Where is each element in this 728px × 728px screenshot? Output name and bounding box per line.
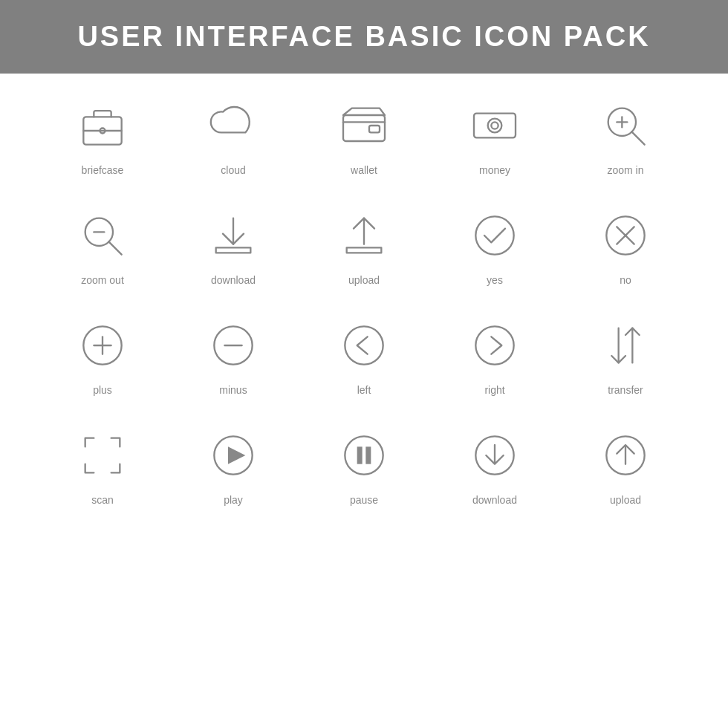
zoom-out-label: zoom out (81, 274, 124, 286)
svg-point-26 (345, 326, 383, 364)
svg-line-9 (631, 131, 645, 145)
transfer-label: transfer (608, 384, 643, 396)
cloud-label: cloud (221, 164, 245, 176)
briefcase-icon (73, 96, 132, 155)
svg-rect-5 (474, 114, 516, 138)
upload-tray-label: upload (348, 274, 380, 286)
page-title: USER INTERFACE BASIC ICON PACK (0, 21, 728, 53)
minus-label: minus (219, 384, 247, 396)
download-circle-icon (465, 426, 524, 485)
briefcase-label: briefcase (82, 164, 124, 176)
svg-point-6 (488, 119, 502, 133)
icon-item-play: play (181, 426, 285, 506)
icon-item-right: right (443, 316, 547, 396)
right-icon (465, 316, 524, 375)
no-icon (596, 206, 655, 265)
icon-item-download-tray: download (181, 206, 285, 286)
download-tray-icon (204, 206, 263, 265)
icon-item-upload-circle: upload (573, 426, 677, 506)
cloud-icon (204, 96, 263, 155)
icon-grid: briefcase cloud wallet (0, 74, 728, 558)
transfer-icon (596, 316, 655, 375)
scan-label: scan (91, 494, 114, 506)
icon-row-3: plus minus left (37, 316, 691, 396)
upload-tray-icon (334, 206, 394, 265)
no-label: no (620, 274, 631, 286)
svg-rect-4 (369, 126, 380, 132)
money-label: money (479, 164, 510, 176)
svg-rect-34 (365, 446, 371, 464)
svg-rect-3 (343, 115, 385, 141)
icon-item-cloud: cloud (181, 96, 285, 176)
zoom-in-label: zoom in (607, 164, 643, 176)
header: USER INTERFACE BASIC ICON PACK (0, 0, 728, 74)
icon-item-left: left (312, 316, 416, 396)
download-tray-label: download (211, 274, 256, 286)
yes-label: yes (487, 274, 503, 286)
icon-item-download-circle: download (443, 426, 547, 506)
pause-label: pause (350, 494, 378, 506)
wallet-icon (334, 96, 394, 155)
left-label: left (357, 384, 371, 396)
money-icon (465, 96, 524, 155)
icon-row-2: zoom out download upload (37, 206, 691, 286)
svg-marker-31 (228, 446, 245, 464)
icon-item-no: no (573, 206, 677, 286)
minus-icon (204, 316, 263, 375)
icon-row-4: scan play pause (37, 426, 691, 506)
icon-item-briefcase: briefcase (51, 96, 155, 176)
zoom-out-icon (73, 206, 132, 265)
svg-point-32 (345, 436, 383, 474)
pause-icon (334, 426, 394, 485)
icon-row-1: briefcase cloud wallet (37, 96, 691, 176)
left-icon (334, 316, 394, 375)
scan-icon (73, 426, 132, 485)
icon-item-upload-tray: upload (312, 206, 416, 286)
play-label: play (224, 494, 243, 506)
right-label: right (484, 384, 504, 396)
wallet-label: wallet (351, 164, 377, 176)
upload-circle-label: upload (610, 494, 641, 506)
upload-circle-icon (596, 426, 655, 485)
icon-item-zoom-out: zoom out (51, 206, 155, 286)
icon-item-transfer: transfer (573, 316, 677, 396)
icon-item-minus: minus (181, 316, 285, 396)
icon-item-plus: plus (51, 316, 155, 396)
icon-item-zoom-in: zoom in (573, 96, 677, 176)
yes-icon (465, 206, 524, 265)
zoom-in-icon (596, 96, 655, 155)
plus-label: plus (93, 384, 112, 396)
icon-item-wallet: wallet (312, 96, 416, 176)
svg-rect-33 (357, 446, 363, 464)
svg-line-13 (108, 241, 122, 255)
icon-item-yes: yes (443, 206, 547, 286)
plus-icon (73, 316, 132, 375)
download-circle-label: download (472, 494, 517, 506)
icon-item-pause: pause (312, 426, 416, 506)
svg-point-27 (475, 326, 513, 364)
play-icon (204, 426, 263, 485)
svg-point-17 (475, 216, 513, 254)
icon-item-scan: scan (51, 426, 155, 506)
icon-item-money: money (443, 96, 547, 176)
svg-point-7 (491, 122, 498, 129)
